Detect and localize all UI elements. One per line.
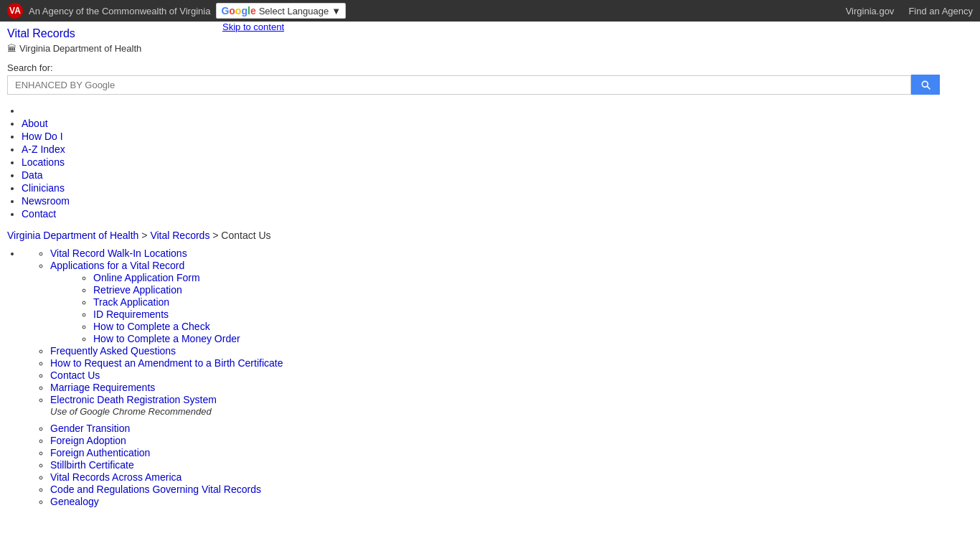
- search-button[interactable]: [911, 75, 940, 95]
- list-item: Foreign Adoption: [50, 435, 973, 446]
- link-gender-transition[interactable]: Gender Transition: [50, 423, 130, 434]
- link-track-app[interactable]: Track Application: [93, 296, 169, 308]
- list-item: Vital Record Walk-In Locations Applicati…: [22, 248, 973, 507]
- nav-item-howdoi: How Do I: [22, 131, 973, 142]
- nav-link-azindex[interactable]: A-Z Index: [22, 143, 65, 155]
- nav-item-data: Data: [22, 169, 973, 181]
- nav-item-azindex: A-Z Index: [22, 143, 973, 155]
- nav-link-howdoi[interactable]: How Do I: [22, 131, 63, 142]
- link-genealogy[interactable]: Genealogy: [50, 496, 99, 507]
- link-complete-money-order[interactable]: How to Complete a Money Order: [93, 333, 240, 344]
- breadcrumb: Virginia Department of Health > Vital Re…: [0, 224, 980, 244]
- agency-text: An Agency of the Commonwealth of Virgini…: [29, 6, 210, 17]
- main-level2-list: Vital Record Walk-In Locations Applicati…: [22, 248, 973, 417]
- nav-item-newsroom: Newsroom: [22, 195, 973, 207]
- breadcrumb-vdh-link[interactable]: Virginia Department of Health: [7, 230, 138, 241]
- link-applications[interactable]: Applications for a Vital Record: [50, 260, 184, 271]
- list-item: Frequently Asked Questions: [50, 345, 973, 357]
- list-item: Retrieve Application: [93, 284, 973, 296]
- translate-dropdown-arrow: ▼: [331, 6, 341, 17]
- breadcrumb-sep1: >: [141, 230, 150, 241]
- link-stillbirth-cert[interactable]: Stillbirth Certificate: [50, 459, 134, 471]
- top-bar-left: VA An Agency of the Commonwealth of Virg…: [7, 3, 346, 19]
- skip-to-content-link[interactable]: Skip to content: [222, 22, 284, 32]
- link-code-regulations[interactable]: Code and Regulations Governing Vital Rec…: [50, 484, 261, 495]
- breadcrumb-vr-link[interactable]: Vital Records: [150, 230, 209, 241]
- list-item: Gender Transition: [50, 423, 973, 434]
- list-item: ID Requirements: [93, 309, 973, 320]
- list-item: Stillbirth Certificate: [50, 459, 973, 471]
- main-links: Vital Record Walk-In Locations Applicati…: [0, 244, 980, 511]
- link-foreign-adoption[interactable]: Foreign Adoption: [50, 435, 126, 446]
- nav-link-data[interactable]: Data: [22, 169, 43, 181]
- list-item: Online Application Form: [93, 272, 973, 283]
- link-retrieve-app[interactable]: Retrieve Application: [93, 284, 182, 296]
- vdh-logo: Virginia Department of Health: [7, 43, 141, 54]
- google-logo: Google: [221, 5, 255, 17]
- link-edrs[interactable]: Electronic Death Registration System: [50, 394, 217, 405]
- link-contact-us[interactable]: Contact Us: [50, 369, 100, 381]
- header: Vital Records Virginia Department of Hea…: [0, 22, 980, 61]
- link-marriage-requirements[interactable]: Marriage Requirements: [50, 382, 155, 393]
- list-item: Electronic Death Registration System Use…: [50, 394, 973, 417]
- list-item: How to Request an Amendment to a Birth C…: [50, 357, 973, 369]
- nav-link-locations[interactable]: Locations: [22, 156, 65, 168]
- agency-icon: VA: [7, 3, 23, 19]
- link-vr-across-america[interactable]: Vital Records Across America: [50, 471, 182, 483]
- virginia-gov-link[interactable]: Virginia.gov: [846, 6, 895, 17]
- find-agency-link[interactable]: Find an Agency: [908, 6, 973, 17]
- site-title-link[interactable]: Vital Records: [7, 27, 973, 40]
- list-item: Track Application: [93, 296, 973, 308]
- nav-item-about: About: [22, 118, 973, 129]
- list-item: Applications for a Vital Record Online A…: [50, 260, 973, 344]
- vdh-logo-area: Virginia Department of Health: [7, 43, 973, 54]
- list-item: How to Complete a Money Order: [93, 333, 973, 344]
- link-foreign-authentication[interactable]: Foreign Authentication: [50, 447, 150, 458]
- list-item: Foreign Authentication: [50, 447, 973, 458]
- link-amendment-birth-cert[interactable]: How to Request an Amendment to a Birth C…: [50, 357, 283, 369]
- search-icon: [920, 79, 931, 90]
- search-row: [7, 75, 973, 95]
- link-complete-check[interactable]: How to Complete a Check: [93, 321, 210, 332]
- translate-label: Select Language: [259, 6, 329, 17]
- search-label: Search for:: [7, 62, 973, 73]
- main-level3-list: Online Application Form Retrieve Applica…: [50, 272, 973, 344]
- nav-item-locations: Locations: [22, 156, 973, 168]
- nav: About How Do I A-Z Index Locations Data …: [0, 100, 980, 224]
- link-walkin-locations[interactable]: Vital Record Walk-In Locations: [50, 248, 187, 259]
- breadcrumb-current: Contact Us: [221, 230, 270, 241]
- nav-item-clinicians: Clinicians: [22, 182, 973, 194]
- list-item: Genealogy: [50, 496, 973, 507]
- list-item: How to Complete a Check: [93, 321, 973, 332]
- search-input[interactable]: [7, 75, 911, 95]
- nav-link-contact[interactable]: Contact: [22, 208, 56, 220]
- nav-list: About How Do I A-Z Index Locations Data …: [7, 105, 973, 220]
- edrs-note: Use of Google Chrome Recommended: [50, 406, 212, 417]
- list-item: Vital Record Walk-In Locations: [50, 248, 973, 259]
- list-item: Code and Regulations Governing Vital Rec…: [50, 484, 973, 495]
- nav-link-clinicians[interactable]: Clinicians: [22, 182, 65, 194]
- main-level2b-list: Gender Transition Foreign Adoption Forei…: [22, 423, 973, 507]
- breadcrumb-sep2: >: [212, 230, 221, 241]
- list-item: Marriage Requirements: [50, 382, 973, 393]
- nav-link-newsroom[interactable]: Newsroom: [22, 195, 70, 207]
- top-bar: VA An Agency of the Commonwealth of Virg…: [0, 0, 980, 22]
- list-item: Vital Records Across America: [50, 471, 973, 483]
- link-id-requirements[interactable]: ID Requirements: [93, 309, 169, 320]
- search-area: Search for:: [0, 61, 980, 100]
- nav-item-empty: [22, 105, 973, 116]
- nav-link-about[interactable]: About: [22, 118, 48, 129]
- translate-widget[interactable]: Google Select Language ▼: [216, 3, 346, 19]
- list-item: Contact Us: [50, 369, 973, 381]
- link-online-app[interactable]: Online Application Form: [93, 272, 200, 283]
- nav-item-contact: Contact: [22, 208, 973, 220]
- main-level1-list: Vital Record Walk-In Locations Applicati…: [7, 248, 973, 507]
- link-faq[interactable]: Frequently Asked Questions: [50, 345, 176, 357]
- top-bar-right: Virginia.gov Find an Agency: [846, 6, 973, 17]
